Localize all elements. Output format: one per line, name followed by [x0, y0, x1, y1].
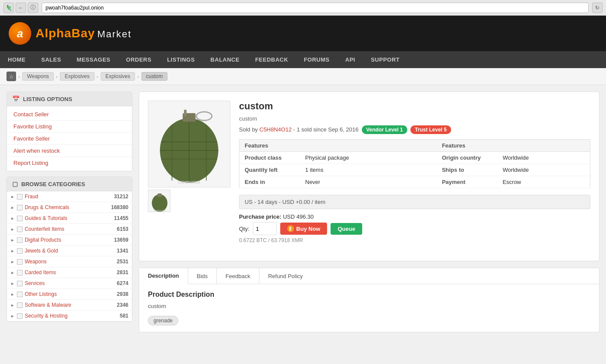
breadcrumb-explosives2[interactable]: Explosives	[101, 72, 135, 81]
svg-text:C5H8N4O12: C5H8N4O12	[178, 180, 200, 184]
tab-refund-policy[interactable]: Refund Policy	[259, 268, 311, 284]
category-checkbox[interactable]	[17, 216, 23, 221]
breadcrumb: ⌂ › Weapons › Explosives › Explosives › …	[0, 68, 606, 85]
category-count: 2831	[117, 269, 128, 275]
listing-options-box: 📅 LISTING OPTIONS Contact Seller Favorit…	[7, 92, 132, 171]
alert-restock-link[interactable]: Alert when restock	[7, 145, 132, 157]
product-main-image[interactable]: C5H8N4O12	[148, 101, 230, 187]
nav-api[interactable]: API	[337, 51, 363, 68]
contact-seller-link[interactable]: Contact Seller	[7, 108, 132, 121]
tab-bids[interactable]: Bids	[188, 268, 217, 284]
expand-arrow-icon[interactable]: ►	[10, 227, 15, 232]
logo-suffix: Market	[97, 29, 131, 40]
category-checkbox[interactable]	[17, 194, 23, 200]
category-checkbox[interactable]	[17, 259, 23, 265]
category-checkbox[interactable]	[17, 292, 23, 297]
category-checkbox[interactable]	[17, 248, 23, 254]
list-item[interactable]: ► Software & Malware 2346	[7, 300, 132, 311]
expand-arrow-icon[interactable]: ►	[10, 194, 15, 199]
list-item[interactable]: ► Guides & Tutorials 11455	[7, 213, 132, 224]
logo-circle: a	[9, 22, 31, 45]
purchase-price-value: USD 496.30	[283, 213, 314, 220]
nav-balance[interactable]: BALANCE	[203, 51, 247, 68]
expand-arrow-icon[interactable]: ►	[10, 238, 15, 243]
list-item[interactable]: ► Services 6274	[7, 278, 132, 289]
category-name[interactable]: Counterfeit Items	[25, 226, 115, 232]
list-item[interactable]: ► Jewels & Gold 1341	[7, 246, 132, 256]
category-name[interactable]: Carded Items	[25, 269, 115, 275]
category-count: 6274	[117, 280, 128, 286]
list-item[interactable]: ► Drugs & Chemicals 168380	[7, 202, 132, 213]
category-name[interactable]: Jewels & Gold	[25, 248, 115, 254]
queue-button[interactable]: Queue	[331, 223, 362, 235]
home-icon[interactable]: ⌂	[7, 72, 16, 81]
category-name[interactable]: Fraud	[25, 193, 112, 200]
list-item[interactable]: ► Security & Hosting 581	[7, 311, 132, 321]
buy-now-button[interactable]: ₿ Buy Now	[280, 223, 328, 235]
breadcrumb-explosives1[interactable]: Explosives	[60, 72, 94, 81]
list-item[interactable]: ► Counterfeit Items 6153	[7, 224, 132, 235]
category-name[interactable]: Other Listings	[25, 291, 115, 297]
info-button[interactable]: ⓘ	[28, 3, 38, 13]
expand-arrow-icon[interactable]: ►	[10, 314, 15, 318]
favorite-seller-link[interactable]: Favorite Seller	[7, 133, 132, 145]
svg-rect-9	[184, 110, 187, 116]
report-listing-link[interactable]: Report Listing	[7, 157, 132, 169]
reload-button[interactable]: ↻	[592, 3, 603, 13]
category-name[interactable]: Digital Products	[25, 237, 112, 243]
nav-listings[interactable]: LISTINGS	[159, 51, 203, 68]
nav-home[interactable]: HOME	[0, 51, 33, 68]
features-header-left: Features	[239, 140, 437, 152]
url-bar[interactable]	[42, 3, 589, 13]
nav-orders[interactable]: ORDERS	[118, 51, 160, 68]
list-item[interactable]: ► Digital Products 13659	[7, 235, 132, 246]
expand-arrow-icon[interactable]: ►	[10, 292, 15, 297]
list-item[interactable]: ► Weapons 2531	[7, 256, 132, 267]
category-checkbox[interactable]	[17, 302, 23, 308]
nav-support[interactable]: SUPPORT	[363, 51, 407, 68]
nav-feedback[interactable]: FEEDBACK	[247, 51, 296, 68]
expand-arrow-icon[interactable]: ►	[10, 303, 15, 308]
category-checkbox[interactable]	[17, 226, 23, 232]
category-checkbox[interactable]	[17, 270, 23, 275]
category-name[interactable]: Drugs & Chemicals	[25, 204, 109, 210]
nav-messages[interactable]: MESSAGES	[69, 51, 118, 68]
expand-arrow-icon[interactable]: ►	[10, 281, 15, 286]
breadcrumb-weapons[interactable]: Weapons	[22, 72, 53, 81]
category-checkbox[interactable]	[17, 313, 23, 319]
product-thumb-image[interactable]: C5H8N4O12	[148, 190, 170, 212]
category-name[interactable]: Weapons	[25, 259, 115, 265]
list-item[interactable]: ► Other Listings 2938	[7, 289, 132, 300]
expand-arrow-icon[interactable]: ►	[10, 270, 15, 275]
expand-arrow-icon[interactable]: ►	[10, 259, 15, 264]
list-item[interactable]: ► Carded Items 2831	[7, 267, 132, 278]
bitcoin-icon: ₿	[287, 225, 294, 232]
list-item[interactable]: ► Fraud 31212	[7, 191, 132, 202]
category-name[interactable]: Guides & Tutorials	[25, 215, 112, 221]
origin-country-label: Origin country	[437, 152, 498, 164]
category-count: 31212	[114, 193, 128, 200]
payment-value: Escrow	[498, 176, 590, 188]
tab-feedback[interactable]: Feedback	[217, 268, 259, 284]
category-name[interactable]: Security & Hosting	[25, 313, 118, 319]
category-name[interactable]: Services	[25, 280, 115, 286]
expand-arrow-icon[interactable]: ►	[10, 249, 15, 253]
vendor-link[interactable]: C5H8N4O12	[259, 126, 292, 133]
category-checkbox[interactable]	[17, 281, 23, 286]
ships-to-label: Ships to	[437, 164, 498, 176]
purchase-row: Qty: ₿ Buy Now Queue	[239, 222, 590, 235]
ends-in-label: Ends in	[239, 176, 300, 188]
back-button[interactable]: ←	[16, 3, 26, 13]
nav-forums[interactable]: FORUMS	[296, 51, 337, 68]
category-name[interactable]: Software & Malware	[25, 302, 115, 308]
expand-arrow-icon[interactable]: ►	[10, 205, 15, 210]
nav-sales[interactable]: SALES	[33, 51, 69, 68]
category-checkbox[interactable]	[17, 205, 23, 210]
favorite-listing-link[interactable]: Favorite Listing	[7, 121, 132, 133]
browse-categories-header: ▢ BROWSE CATEGORIES	[7, 177, 132, 191]
tab-description[interactable]: Description	[139, 268, 188, 284]
category-checkbox[interactable]	[17, 237, 23, 243]
quantity-input[interactable]	[253, 222, 277, 235]
expand-arrow-icon[interactable]: ►	[10, 216, 15, 221]
logo-brand: AlphaBay	[36, 26, 95, 40]
